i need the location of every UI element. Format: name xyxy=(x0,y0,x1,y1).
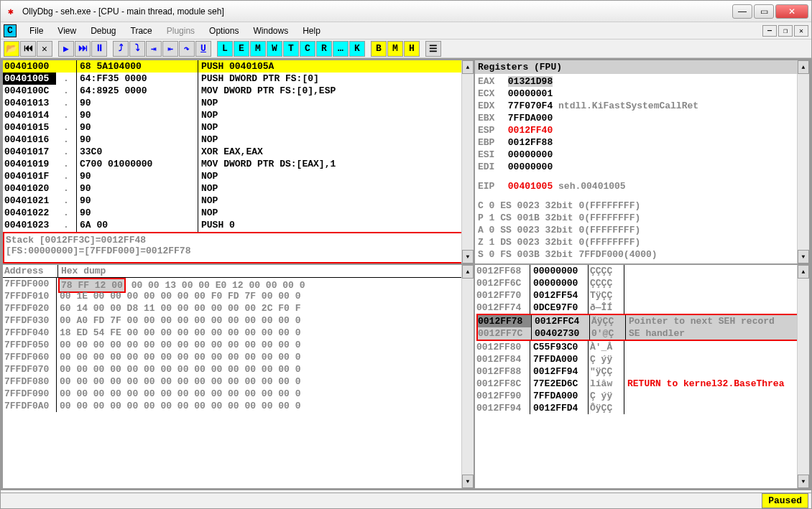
mdi-restore[interactable]: ❐ xyxy=(778,25,793,37)
registers-pane[interactable]: Registers (FPU) EAX 01321D98ECX 00000001… xyxy=(474,60,810,264)
menu-help[interactable]: Help xyxy=(295,24,328,37)
menu-view[interactable]: View xyxy=(50,24,83,37)
stack-row[interactable]: 0012FF6800000000ÇÇÇÇ xyxy=(476,265,809,277)
stack-row[interactable]: 0012FF907FFDA000Ç ýÿ xyxy=(476,390,809,402)
dump-pane[interactable]: Address Hex dump 7FFDF00078 FF 12 00 00 … xyxy=(2,264,474,489)
tb-pause[interactable]: ⏸ xyxy=(91,41,107,57)
disasm-row[interactable]: 00401013.90NOP xyxy=(3,97,474,109)
stack-row[interactable]: 0012FF740DCE97F0ð—ÎÍ xyxy=(476,302,809,314)
dump-row[interactable]: 7FFDF01000 1E 00 00 00 00 00 00 00 F0 FD… xyxy=(3,290,474,302)
register-line[interactable]: ECX 00000001 xyxy=(478,88,806,100)
register-line[interactable]: EDI 00000000 xyxy=(478,161,806,173)
menu-trace[interactable]: Trace xyxy=(124,24,160,37)
disasm-scrollbar[interactable] xyxy=(461,60,474,263)
disasm-row[interactable]: 00401021.90NOP xyxy=(3,195,474,207)
tb-T[interactable]: T xyxy=(283,41,299,57)
dump-row[interactable]: 7FFDF04018 ED 54 FE 00 00 00 00 00 00 00… xyxy=(3,327,474,339)
register-line[interactable]: ESI 00000000 xyxy=(478,149,806,161)
disasm-row[interactable]: 0040100C.64:8925 0000MOV DWORD PTR FS:[0… xyxy=(3,85,474,97)
stack-row[interactable]: 0012FF880012FF94"ÿÇÇ xyxy=(476,365,809,378)
tb-step5[interactable]: ↷ xyxy=(179,41,195,57)
dump-row[interactable]: 7FFDF03000 A0 FD 7F 00 00 00 00 00 00 00… xyxy=(3,314,474,327)
dump-scrollbar[interactable] xyxy=(461,265,474,488)
register-line[interactable]: EBX 7FFDA000 xyxy=(478,112,806,124)
tb-R[interactable]: R xyxy=(316,41,332,57)
stack-row[interactable]: 0012FF6C00000000ÇÇÇÇ xyxy=(476,277,809,289)
disasm-row[interactable]: 00401023.6A 00PUSH 0 xyxy=(3,219,474,231)
stack-scrollbar[interactable] xyxy=(797,265,809,488)
cpu-icon[interactable]: C xyxy=(4,24,17,37)
stack-row[interactable]: 0012FF940012FFD4ÔÿÇÇ xyxy=(476,402,809,414)
register-line[interactable]: EDX 77F070F4 ntdll.KiFastSystemCallRet xyxy=(478,100,806,112)
close-button[interactable]: ✕ xyxy=(775,4,808,19)
register-line[interactable]: EBP 0012FF88 xyxy=(478,136,806,149)
tb-step3[interactable]: ⇥ xyxy=(146,41,162,57)
dump-row[interactable]: 7FFDF09000 00 00 00 00 00 00 00 00 00 00… xyxy=(3,388,474,400)
mdi-close[interactable]: ✕ xyxy=(794,25,808,37)
disasm-row[interactable]: 00401022.90NOP xyxy=(3,207,474,219)
stack-row[interactable]: 0012FF80C55F93C0À'_Å xyxy=(476,341,809,353)
dump-row[interactable]: 7FFDF00078 FF 12 00 00 00 13 00 00 E0 12… xyxy=(3,278,474,290)
disasm-row[interactable]: 00401016.90NOP xyxy=(3,134,474,146)
disasm-row[interactable]: 0040101F.90NOP xyxy=(3,170,474,182)
tb-step1[interactable]: ⤴ xyxy=(113,41,129,57)
dump-row[interactable]: 7FFDF02060 14 00 00 D8 11 00 00 00 00 00… xyxy=(3,302,474,314)
tb-rewind[interactable]: ⏮ xyxy=(20,41,36,57)
register-line[interactable]: ESP 0012FF40 xyxy=(478,124,806,136)
tb-M2[interactable]: M xyxy=(387,41,403,57)
tb-E[interactable]: E xyxy=(234,41,249,57)
menu-options[interactable]: Options xyxy=(202,24,246,37)
disasm-row[interactable]: 00401019.C700 01000000MOV DWORD PTR DS:[… xyxy=(3,158,474,170)
flag-line[interactable]: A 0 SS 0023 32bit 0(FFFFFFFF) xyxy=(478,224,806,236)
dump-row[interactable]: 7FFDF05000 00 00 00 00 00 00 00 00 00 00… xyxy=(3,339,474,351)
tb-dots[interactable]: … xyxy=(333,41,349,57)
menu-plugins[interactable]: Plugins xyxy=(160,24,202,37)
disasm-row[interactable]: 00401015.90NOP xyxy=(3,121,474,134)
disassembly-pane[interactable]: 0040100068 5A104000PUSH 0040105A00401005… xyxy=(2,60,474,264)
registers-scrollbar[interactable] xyxy=(797,60,809,263)
titlebar[interactable]: ✱ OllyDbg - seh.exe - [CPU - main thread… xyxy=(1,1,811,22)
tb-list[interactable]: ☰ xyxy=(425,41,441,57)
tb-W[interactable]: W xyxy=(267,41,282,57)
stack-row[interactable]: 0012FF7C004027300'@ÇSE handler xyxy=(478,327,808,340)
tb-C[interactable]: C xyxy=(300,41,315,57)
tb-H[interactable]: H xyxy=(404,41,420,57)
register-eip[interactable]: EIP 00401005 seh.00401005 xyxy=(478,180,806,192)
mdi-minimize[interactable]: — xyxy=(762,25,777,37)
tb-stop[interactable]: ✕ xyxy=(37,41,52,57)
stack-row[interactable]: 0012FF8C77E2ED6ClíâwRETURN to kernel32.B… xyxy=(476,378,809,390)
menu-file[interactable]: File xyxy=(22,24,50,37)
dump-row[interactable]: 7FFDF08000 00 00 00 00 00 00 00 00 00 00… xyxy=(3,375,474,388)
menu-debug[interactable]: Debug xyxy=(83,24,123,37)
maximize-button[interactable]: ▭ xyxy=(754,4,774,19)
tb-step2[interactable]: ⤵ xyxy=(129,41,145,57)
stack-row[interactable]: 0012FF700012FF54TÿÇÇ xyxy=(476,289,809,302)
dump-row[interactable]: 7FFDF07000 00 00 00 00 00 00 00 00 00 00… xyxy=(3,363,474,375)
tb-run2[interactable]: ⏭ xyxy=(75,41,91,57)
tb-run[interactable]: ▶ xyxy=(58,41,74,57)
disasm-row[interactable]: 00401014.90NOP xyxy=(3,109,474,121)
register-line[interactable]: EAX 01321D98 xyxy=(478,75,806,88)
flag-line[interactable]: C 0 ES 0023 32bit 0(FFFFFFFF) xyxy=(478,200,806,212)
tb-B[interactable]: B xyxy=(371,41,387,57)
tb-step4[interactable]: ⇤ xyxy=(162,41,178,57)
tb-L[interactable]: L xyxy=(217,41,233,57)
dump-row[interactable]: 7FFDF06000 00 00 00 00 00 00 00 00 00 00… xyxy=(3,351,474,363)
flag-line[interactable]: S 0 FS 003B 32bit 7FFDF000(4000) xyxy=(478,248,806,261)
flag-line[interactable]: Z 1 DS 0023 32bit 0(FFFFFFFF) xyxy=(478,236,806,248)
stack-pane[interactable]: 0012FF6800000000ÇÇÇÇ0012FF6C00000000ÇÇÇÇ… xyxy=(474,264,810,489)
disasm-row[interactable]: 00401005.64:FF35 0000PUSH DWORD PTR FS:[… xyxy=(3,73,474,85)
stack-row[interactable]: 0012FF780012FFC4ÄÿÇÇPointer to next SEH … xyxy=(478,315,808,327)
tb-open[interactable]: 📂 xyxy=(4,41,19,57)
dump-row[interactable]: 7FFDF0A000 00 00 00 00 00 00 00 00 00 00… xyxy=(3,400,474,412)
disasm-row[interactable]: 00401017.33C0XOR EAX,EAX xyxy=(3,146,474,158)
tb-K[interactable]: K xyxy=(349,41,365,57)
menu-windows[interactable]: Windows xyxy=(246,24,295,37)
disasm-row[interactable]: 0040100068 5A104000PUSH 0040105A xyxy=(3,60,474,73)
stack-row[interactable]: 0012FF847FFDA000Ç ýÿ xyxy=(476,353,809,365)
minimize-button[interactable]: — xyxy=(732,4,752,19)
tb-M[interactable]: M xyxy=(250,41,266,57)
flag-line[interactable]: P 1 CS 001B 32bit 0(FFFFFFFF) xyxy=(478,212,806,224)
tb-step6[interactable]: U xyxy=(195,41,211,57)
disasm-row[interactable]: 00401020.90NOP xyxy=(3,182,474,195)
